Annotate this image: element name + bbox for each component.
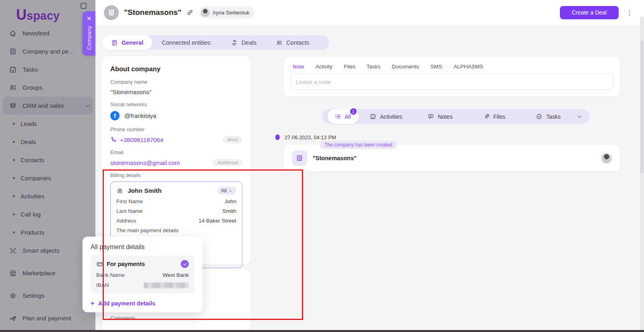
sidebar-item-label: Leads xyxy=(21,120,37,127)
company-tab-label: Company xyxy=(86,26,92,50)
sidebar-divider xyxy=(6,307,90,307)
filter-label: Activities xyxy=(380,113,402,120)
sidebar-nav: Newsfeed Company and pe… Tasks Groups CR… xyxy=(0,23,95,327)
billing-filter-value: All xyxy=(221,188,227,194)
bullet-icon xyxy=(13,123,15,125)
timeline-entry-card[interactable]: The company has been created "Stonemason… xyxy=(284,145,620,171)
composer-tab-alphasms[interactable]: ALPHASMS xyxy=(454,64,483,70)
sidebar-item-marketplace[interactable]: Marketplace xyxy=(0,264,95,282)
copy-link-icon[interactable] xyxy=(186,9,194,16)
social-row: f @frankioiya xyxy=(110,111,242,120)
home-icon xyxy=(9,29,17,37)
email-link[interactable]: stonemasons@gmail.com xyxy=(110,159,180,166)
marketplace-icon xyxy=(9,269,17,277)
sidebar-divider xyxy=(6,284,90,285)
payment-row-value: West Bank xyxy=(163,272,189,278)
phone-icon xyxy=(110,136,117,143)
note-input[interactable] xyxy=(290,74,613,90)
sidebar-item-contacts[interactable]: Contacts xyxy=(0,151,95,169)
sidebar-item-settings[interactable]: Settings xyxy=(0,287,95,305)
company-avatar xyxy=(104,5,119,20)
filter-activities[interactable]: Activities xyxy=(359,113,413,120)
billing-row-value: 14 Baker Street xyxy=(198,218,236,224)
tab-connected-entities: Connected entities: xyxy=(152,39,221,46)
note-bubble-icon xyxy=(427,113,434,120)
phone-link[interactable]: +380961187064 xyxy=(110,136,163,143)
plus-icon: + xyxy=(91,299,95,307)
email-row: stonemasons@gmail.com Additional xyxy=(110,159,242,166)
groups-icon xyxy=(9,84,17,92)
tab-deals[interactable]: Deals xyxy=(221,39,266,46)
timeline-filterbar: All 1 Activities Notes Files Tasks xyxy=(322,109,590,124)
billing-person-name: John Smith xyxy=(128,187,161,194)
smart-objects-icon xyxy=(9,247,17,255)
billing-row: First Name John xyxy=(116,198,236,204)
sidebar-item-activities[interactable]: Activities xyxy=(0,187,95,205)
scrollbar-track[interactable] xyxy=(640,16,644,332)
billing-doc-icon xyxy=(116,187,124,194)
filter-files[interactable]: Files xyxy=(467,113,521,120)
sidebar-item-company-and-people[interactable]: Company and pe… xyxy=(0,42,95,60)
tab-general[interactable]: General xyxy=(102,35,152,50)
about-title: About company xyxy=(110,65,242,73)
composer-tab-note[interactable]: Note xyxy=(293,64,304,70)
payment-card[interactable]: For payments Bank Name West Bank IBAN xyxy=(91,256,194,293)
app-window: U spacy Newsfeed Company and pe… Tasks G… xyxy=(0,0,644,332)
more-menu-icon[interactable]: ⋮ xyxy=(626,9,633,16)
billing-filter-dropdown[interactable]: All xyxy=(217,187,236,195)
owner-chip[interactable]: Iryna Serbeniuk xyxy=(199,6,254,19)
filter-all-label: All xyxy=(345,113,351,120)
facebook-icon[interactable]: f xyxy=(110,111,120,120)
composer-tab-sms[interactable]: SMS xyxy=(431,64,442,70)
composer-tabs: Note Activity Files Tasks Documents SMS … xyxy=(290,63,613,74)
sidebar-item-tasks[interactable]: Tasks xyxy=(0,60,95,78)
billing-header: John Smith All xyxy=(116,187,236,195)
payment-row: Bank Name West Bank xyxy=(96,272,189,278)
company-panel-tab[interactable]: ✕ Company xyxy=(83,11,95,56)
bullet-icon xyxy=(13,213,15,215)
composer-tab-tasks[interactable]: Tasks xyxy=(367,64,381,70)
phone-number: +380961187064 xyxy=(120,136,163,143)
main-payment-label: The main payment details xyxy=(116,227,236,233)
gear-icon xyxy=(9,292,17,300)
close-icon[interactable]: ✕ xyxy=(87,14,91,23)
sidebar-item-groups[interactable]: Groups xyxy=(0,78,95,97)
composer-tab-documents[interactable]: Documents xyxy=(392,64,419,70)
tab-label: Connected entities: xyxy=(162,39,212,46)
filter-label: Files xyxy=(493,113,506,120)
composer-tab-files[interactable]: Files xyxy=(344,64,355,70)
sidebar-item-deals[interactable]: Deals xyxy=(0,133,95,151)
selected-check-icon xyxy=(181,260,189,268)
general-tab-icon xyxy=(111,39,118,46)
timeline-event-badge: The company has been created xyxy=(320,141,397,149)
create-deal-button[interactable]: Create a Deal xyxy=(560,6,619,19)
scrollbar-thumb[interactable] xyxy=(640,40,644,173)
social-handle[interactable]: @frankioiya xyxy=(124,112,156,119)
payment-card-title: For payments xyxy=(107,261,145,267)
sidebar-item-companies[interactable]: Companies xyxy=(0,169,95,187)
sidebar-item-newsfeed[interactable]: Newsfeed xyxy=(0,24,95,42)
sidebar-collapse-icon[interactable] xyxy=(80,3,87,9)
sidebar-item-label: Groups xyxy=(23,84,91,91)
filter-tasks[interactable]: Tasks xyxy=(521,113,575,120)
sidebar-item-label: Company and pe… xyxy=(23,48,79,55)
tab-contacts[interactable]: Contacts xyxy=(266,39,319,46)
payment-row-label: Bank Name xyxy=(96,272,125,278)
sidebar-item-label: Settings xyxy=(23,292,79,299)
email-label: Email xyxy=(110,149,242,155)
social-label: Social networks xyxy=(110,101,242,107)
sidebar-item-products[interactable]: Products xyxy=(0,223,95,241)
filter-notes[interactable]: Notes xyxy=(413,113,467,120)
sidebar-item-label: Smart objects xyxy=(23,247,79,254)
entity-header: "Stonemasons" Iryna Serbeniuk Create a D… xyxy=(95,0,644,25)
sidebar-item-leads[interactable]: Leads xyxy=(0,115,95,133)
filter-all[interactable]: All 1 xyxy=(328,109,359,124)
add-payment-details-button[interactable]: + Add payment details xyxy=(91,299,194,307)
sidebar-item-crm-and-sales[interactable]: CRM and sales xyxy=(2,97,93,115)
sidebar-item-call-log[interactable]: Call log xyxy=(0,205,95,223)
billing-row: Address 14 Baker Street xyxy=(116,218,236,224)
sidebar-item-smart-objects[interactable]: Smart objects xyxy=(0,241,95,260)
filterbar-chevron-down-icon[interactable] xyxy=(577,114,582,120)
composer-tab-activity[interactable]: Activity xyxy=(316,64,333,70)
sidebar-item-plan-and-payment[interactable]: Plan and payment xyxy=(0,309,95,327)
